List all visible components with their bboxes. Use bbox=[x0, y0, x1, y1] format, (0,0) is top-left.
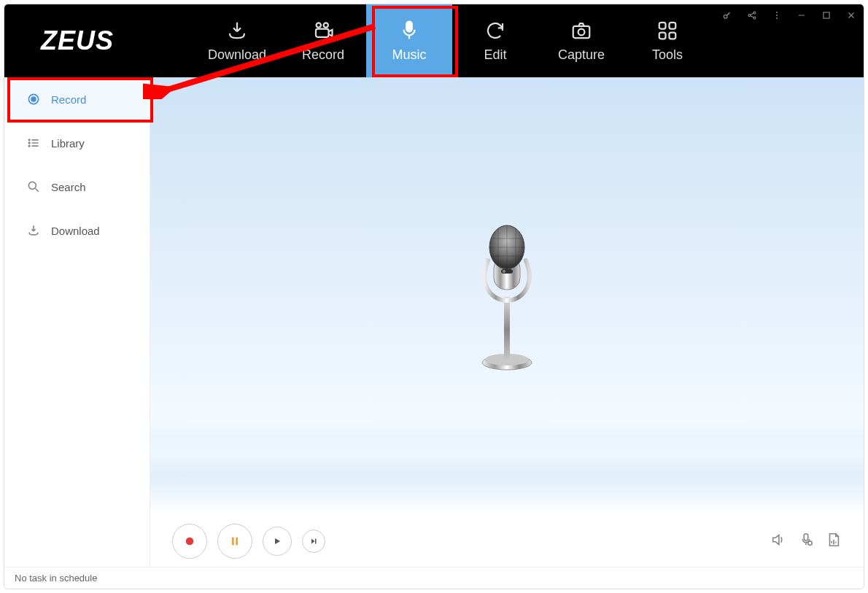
next-button[interactable] bbox=[302, 530, 325, 553]
nav-edit-label: Edit bbox=[484, 47, 506, 63]
svg-rect-4 bbox=[573, 26, 590, 37]
record-button[interactable] bbox=[172, 524, 207, 559]
svg-point-19 bbox=[31, 97, 36, 101]
footer: No task in schedule bbox=[4, 567, 864, 589]
svg-rect-32 bbox=[232, 538, 234, 546]
player-utilities bbox=[770, 532, 842, 551]
nav-record-label: Record bbox=[302, 47, 344, 63]
key-icon[interactable] bbox=[722, 10, 732, 23]
search-icon bbox=[26, 179, 41, 194]
svg-rect-34 bbox=[315, 539, 317, 544]
grid-apps-icon bbox=[656, 20, 678, 42]
mic-settings-icon[interactable] bbox=[798, 532, 814, 551]
sidebar-item-search[interactable]: Search bbox=[4, 165, 150, 209]
nav-edit[interactable]: Edit bbox=[452, 4, 538, 77]
player-bar bbox=[150, 516, 864, 567]
share-icon[interactable] bbox=[747, 10, 757, 23]
nav-music-label: Music bbox=[392, 47, 426, 63]
download-icon bbox=[26, 223, 41, 238]
svg-point-16 bbox=[776, 18, 778, 19]
body: Record Library Search Download bbox=[4, 77, 864, 567]
file-audio-icon[interactable] bbox=[826, 532, 842, 551]
svg-point-0 bbox=[317, 23, 321, 27]
nav-tools[interactable]: Tools bbox=[624, 4, 710, 77]
volume-icon[interactable] bbox=[770, 532, 786, 551]
svg-point-15 bbox=[776, 15, 778, 16]
svg-point-31 bbox=[186, 538, 194, 546]
maximize-button[interactable] bbox=[821, 10, 832, 23]
window-controls bbox=[722, 10, 856, 23]
nav-capture[interactable]: Capture bbox=[538, 4, 624, 77]
content-area bbox=[150, 77, 864, 567]
svg-point-36 bbox=[808, 541, 813, 546]
app-window: ZEUS Download Record bbox=[4, 4, 864, 589]
close-button[interactable] bbox=[846, 10, 856, 23]
svg-point-22 bbox=[28, 145, 30, 147]
nav-music[interactable]: Music bbox=[366, 4, 452, 77]
play-button[interactable] bbox=[263, 527, 292, 556]
svg-rect-8 bbox=[659, 32, 666, 39]
camcorder-icon bbox=[312, 20, 334, 42]
status-text: No task in schedule bbox=[15, 573, 97, 584]
camera-icon bbox=[570, 20, 592, 42]
svg-point-5 bbox=[578, 28, 585, 35]
nav-download-label: Download bbox=[208, 47, 266, 63]
nav-record[interactable]: Record bbox=[280, 4, 366, 77]
sidebar-item-library[interactable]: Library bbox=[4, 121, 150, 165]
svg-rect-17 bbox=[824, 12, 829, 18]
svg-point-30 bbox=[503, 270, 505, 273]
sidebar-record-label: Record bbox=[51, 93, 86, 106]
refresh-icon bbox=[484, 20, 506, 42]
svg-rect-33 bbox=[236, 538, 238, 546]
svg-point-1 bbox=[324, 23, 328, 27]
sidebar-download-label: Download bbox=[51, 225, 100, 237]
svg-rect-9 bbox=[670, 32, 676, 39]
sidebar-search-label: Search bbox=[51, 181, 86, 193]
microphone-icon bbox=[398, 20, 420, 42]
svg-point-10 bbox=[724, 15, 727, 18]
nav-tools-label: Tools bbox=[652, 47, 683, 63]
topbar: ZEUS Download Record bbox=[4, 4, 864, 77]
nav-download[interactable]: Download bbox=[194, 4, 280, 77]
more-icon[interactable] bbox=[772, 10, 782, 23]
svg-rect-2 bbox=[316, 28, 329, 36]
svg-rect-35 bbox=[804, 534, 808, 540]
radio-selected-icon bbox=[26, 92, 41, 106]
pause-button[interactable] bbox=[217, 524, 252, 559]
nav-capture-label: Capture bbox=[558, 47, 605, 63]
sidebar: Record Library Search Download bbox=[4, 77, 150, 567]
list-icon bbox=[26, 136, 41, 150]
svg-point-20 bbox=[28, 139, 30, 141]
svg-rect-3 bbox=[406, 21, 412, 31]
record-stage bbox=[150, 77, 864, 516]
svg-rect-26 bbox=[504, 297, 510, 363]
microphone-illustration bbox=[463, 217, 551, 377]
svg-point-14 bbox=[776, 12, 778, 13]
svg-point-23 bbox=[28, 182, 36, 189]
brand-logo: ZEUS bbox=[4, 4, 150, 77]
svg-rect-7 bbox=[670, 22, 676, 28]
svg-point-21 bbox=[28, 142, 30, 144]
minimize-button[interactable] bbox=[797, 10, 807, 23]
sidebar-library-label: Library bbox=[51, 137, 85, 150]
sidebar-item-record[interactable]: Record bbox=[4, 77, 150, 121]
download-icon bbox=[226, 20, 248, 42]
svg-rect-6 bbox=[659, 22, 666, 28]
sidebar-item-download[interactable]: Download bbox=[4, 209, 150, 252]
